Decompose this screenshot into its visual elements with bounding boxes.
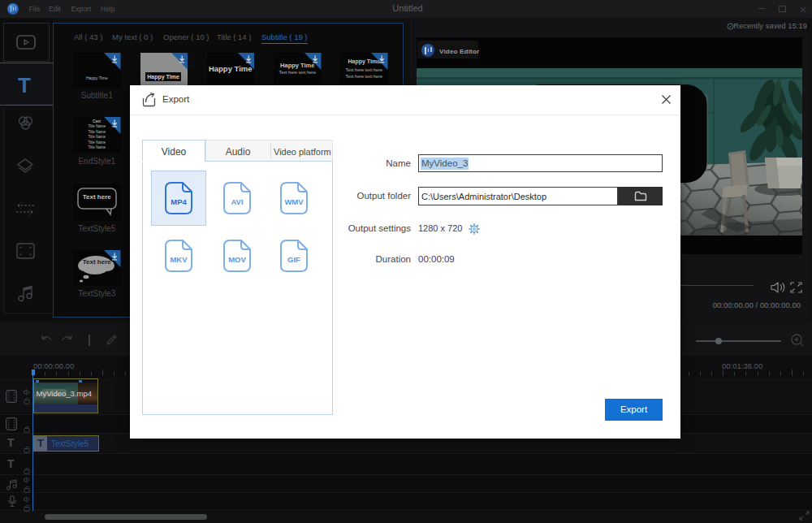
svg-text:GIF: GIF — [287, 255, 300, 264]
svg-text:MP4: MP4 — [171, 197, 187, 206]
svg-text:AVI: AVI — [231, 197, 243, 206]
svg-text:WMV: WMV — [284, 197, 304, 206]
svg-text:MKV: MKV — [170, 255, 188, 264]
svg-text:MOV: MOV — [228, 255, 246, 264]
